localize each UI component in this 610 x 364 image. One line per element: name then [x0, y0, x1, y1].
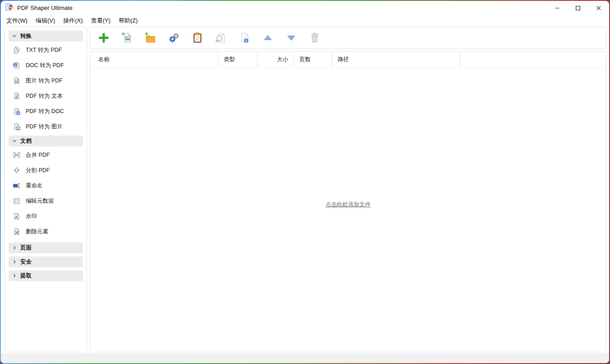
sidebar-item-merge-pdf[interactable]: 合并 PDF: [9, 147, 83, 163]
move-down-button[interactable]: [283, 30, 299, 46]
section-header-page[interactable]: 页面: [9, 242, 83, 253]
chevron-down-icon: [12, 139, 17, 143]
delete-elements-icon: [13, 228, 20, 235]
column-header-name[interactable]: 名称: [90, 52, 218, 67]
rename-icon: [13, 182, 20, 189]
menu-item-actions[interactable]: 操作(X): [59, 15, 87, 26]
preview-button[interactable]: [212, 30, 229, 46]
section-header-document[interactable]: 文档: [9, 136, 83, 146]
file-table: 名称类型大小页数路径 点击此处添加文件: [90, 51, 606, 352]
menubar: 文件(W)编辑(V)操作(X)查看(Y)帮助(Z): [1, 15, 609, 27]
sidebar-item-label: 图片 转为 PDF: [26, 77, 63, 85]
txt-to-pdf-icon: [13, 46, 20, 54]
move-up-button[interactable]: [259, 30, 276, 46]
add-image-icon: [121, 32, 133, 44]
sidebar-item-doc-to-pdf[interactable]: WDOC 转为 PDF: [9, 58, 83, 73]
sidebar-item-delete-elements[interactable]: 删除元素: [9, 224, 83, 239]
section-header-convert[interactable]: 转换: [9, 31, 83, 41]
sidebar-item-pdf-to-doc[interactable]: WPDF 转为 DOC: [9, 104, 83, 119]
window-title: PDF Shaper Ultimate: [17, 5, 73, 11]
gears-icon: [168, 32, 180, 44]
edit-metadata-icon: [13, 197, 20, 205]
column-header-filler: [460, 52, 606, 67]
menu-item-view[interactable]: 查看(Y): [87, 15, 115, 26]
table-header: 名称类型大小页数路径: [90, 52, 606, 68]
section-header-extract[interactable]: 提取: [9, 270, 83, 281]
desktop-fringe: PDF Shaper Ultimate 文件(W)编辑(V)操作(X)查看(Y)…: [0, 0, 610, 364]
window-controls: [547, 1, 609, 15]
chevron-right-icon: [12, 246, 17, 250]
menu-item-edit[interactable]: 编辑(V): [32, 15, 59, 26]
section-label: 页面: [20, 244, 32, 252]
sidebar-item-label: 删除元素: [26, 228, 48, 236]
section-label: 文档: [20, 137, 32, 145]
sidebar-item-split-pdf[interactable]: 分割 PDF: [9, 163, 83, 178]
chevron-right-icon: [12, 273, 17, 278]
sidebar-item-watermark[interactable]: 水印: [9, 209, 83, 224]
chevron-right-icon: [12, 259, 17, 264]
sidebar-item-pdf-to-image[interactable]: PDF 转为 图片: [9, 119, 83, 134]
sidebar-item-label: PDF 转为 图片: [26, 123, 63, 131]
status-strip: [1, 353, 609, 363]
sidebar-item-label: 编辑元数据: [26, 197, 54, 205]
sidebar-item-rename[interactable]: 重命名: [9, 178, 83, 193]
merge-pdf-icon: [13, 151, 20, 159]
file-info-icon: [238, 32, 251, 44]
paste-list-button[interactable]: [189, 30, 206, 46]
svg-text:W: W: [17, 112, 20, 114]
minimize-icon: [555, 5, 560, 11]
sidebar-item-label: 水印: [26, 213, 37, 220]
menu-item-help[interactable]: 帮助(Z): [115, 15, 142, 26]
add-images-button[interactable]: [119, 30, 135, 46]
svg-text:W: W: [14, 64, 17, 67]
content-area: 转换TXT 转为 PDFWDOC 转为 PDF图片 转为 PDFPDF 转为 文…: [1, 27, 609, 353]
section-label: 安全: [20, 258, 32, 266]
add-files-button[interactable]: [95, 30, 112, 46]
toolbar: [90, 27, 606, 49]
sidebar-item-edit-metadata[interactable]: 编辑元数据: [9, 193, 83, 209]
arrow-up-icon: [261, 32, 274, 44]
menu-item-file[interactable]: 文件(W): [2, 15, 32, 26]
add-folder-icon: [144, 32, 157, 44]
section-label: 提取: [20, 272, 32, 280]
sidebar: 转换TXT 转为 PDFWDOC 转为 PDF图片 转为 PDFPDF 转为 文…: [5, 27, 87, 352]
close-button[interactable]: [588, 1, 609, 15]
sidebar-item-label: 分割 PDF: [26, 167, 50, 174]
add-files-link[interactable]: 点击此处添加文件: [326, 201, 371, 209]
sidebar-item-txt-to-pdf[interactable]: TXT 转为 PDF: [9, 42, 83, 58]
sidebar-item-image-to-pdf[interactable]: 图片 转为 PDF: [9, 73, 83, 88]
column-header-size[interactable]: 大小: [257, 52, 294, 67]
section-header-security[interactable]: 安全: [9, 256, 83, 267]
add-folder-button[interactable]: [142, 30, 159, 46]
column-header-type[interactable]: 类型: [218, 52, 257, 67]
section-items-document: 合并 PDF分割 PDF重命名编辑元数据水印删除元素: [9, 147, 83, 239]
add-icon: [97, 32, 110, 44]
remove-button[interactable]: [306, 30, 323, 46]
maximize-button[interactable]: [568, 1, 588, 15]
titlebar: PDF Shaper Ultimate: [1, 1, 609, 15]
pdf-to-image-icon: [13, 123, 20, 130]
chevron-down-icon: [12, 34, 17, 38]
split-pdf-icon: [13, 167, 20, 174]
section-items-convert: TXT 转为 PDFWDOC 转为 PDF图片 转为 PDFPDF 转为 文本W…: [9, 42, 83, 134]
settings-button[interactable]: [165, 30, 182, 46]
sidebar-item-label: DOC 转为 PDF: [26, 62, 64, 69]
sidebar-item-pdf-to-text[interactable]: PDF 转为 文本: [9, 88, 83, 104]
app-icon: [5, 3, 14, 13]
sidebar-item-label: TXT 转为 PDF: [26, 46, 62, 54]
clipboard-icon: [191, 32, 204, 44]
arrow-down-icon: [285, 32, 298, 44]
sidebar-item-label: PDF 转为 文本: [26, 92, 63, 100]
section-label: 转换: [20, 32, 32, 40]
column-header-pages[interactable]: 页数: [294, 52, 332, 67]
image-to-pdf-icon: [13, 77, 20, 84]
table-body: 点击此处添加文件: [90, 68, 606, 352]
minimize-button[interactable]: [547, 1, 568, 15]
column-header-path[interactable]: 路径: [332, 52, 460, 67]
trash-icon: [308, 32, 321, 44]
watermark-icon: [13, 213, 20, 220]
app-window: PDF Shaper Ultimate 文件(W)编辑(V)操作(X)查看(Y)…: [1, 1, 609, 363]
file-info-button[interactable]: [236, 30, 252, 46]
maximize-icon: [575, 5, 581, 11]
doc-to-pdf-icon: W: [13, 62, 20, 69]
